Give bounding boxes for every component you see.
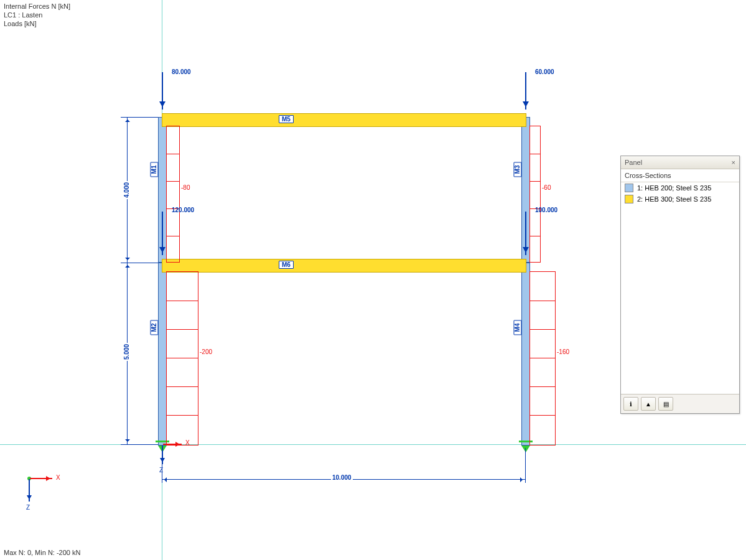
load-top-right-val: 60.000 (535, 68, 554, 75)
member-m5[interactable] (162, 113, 526, 127)
footer-summary: Max N: 0, Min N: -200 kN (4, 549, 80, 556)
swatch-icon (625, 195, 633, 203)
local-axis-z-label: Z (159, 467, 163, 474)
axis-horizontal (0, 444, 746, 445)
tool-info-button[interactable]: ℹ (623, 397, 638, 411)
member-m2[interactable] (158, 263, 167, 446)
close-icon[interactable]: × (732, 159, 735, 166)
ext-right (525, 448, 526, 483)
label-m6: M6 (279, 261, 294, 269)
load-mid-left-val: 120.000 (172, 207, 194, 213)
label-m1: M1 (150, 162, 158, 177)
panel-title: Panel (625, 159, 642, 166)
local-axis-x (163, 444, 182, 445)
loads-unit-text: Loads [kN] (4, 20, 37, 27)
swatch-icon (625, 184, 633, 192)
panel-footer: ℹ ▲ ▤ (621, 394, 739, 413)
rose-z-label: Z (26, 504, 30, 511)
load-mid-right (525, 212, 526, 255)
dim-width-txt: 10.000 (331, 474, 353, 481)
load-top-left-val: 80.000 (172, 68, 191, 75)
tool-color-button[interactable]: ▤ (658, 397, 673, 411)
result-m2 (166, 271, 198, 446)
title-text: Internal Forces N [kN] (4, 2, 70, 10)
result-m1 (166, 126, 180, 263)
list-item[interactable]: 1: HEB 200; Steel S 235 (621, 182, 739, 194)
load-top-left (162, 72, 163, 110)
rose-x-label: X (56, 474, 60, 481)
load-top-right (525, 72, 526, 110)
rose-axis-z (29, 479, 30, 502)
result-val-m2: -200 (200, 348, 212, 355)
member-m6[interactable] (162, 259, 526, 273)
load-mid-left (162, 212, 163, 255)
member-m4[interactable] (521, 263, 530, 446)
load-mid-right-val: 100.000 (535, 207, 557, 213)
label-m2: M2 (150, 320, 158, 335)
tool-section-button[interactable]: ▲ (641, 397, 656, 411)
label-m3: M3 (513, 162, 521, 177)
panel-section-header: Cross-Sections (621, 169, 739, 182)
result-val-m4: -160 (557, 348, 569, 355)
dim-lower-txt: 5.000 (123, 343, 130, 361)
panel-body: 1: HEB 200; Steel S 235 2: HEB 300; Stee… (621, 182, 739, 394)
list-item[interactable]: 2: HEB 300; Steel S 235 (621, 194, 739, 205)
label-m5: M5 (279, 115, 294, 123)
panel-titlebar[interactable]: Panel × (621, 156, 739, 169)
result-m3 (529, 126, 541, 263)
result-val-m1: -80 (181, 184, 190, 191)
label-m4: M4 (513, 320, 521, 335)
loadcase-text: LC1 : Lasten (4, 11, 42, 19)
list-item-label: 1: HEB 200; Steel S 235 (637, 184, 711, 192)
result-val-m3: -60 (542, 184, 551, 191)
panel-cross-sections[interactable]: Panel × Cross-Sections 1: HEB 200; Steel… (620, 156, 740, 414)
list-item-label: 2: HEB 300; Steel S 235 (637, 195, 711, 203)
local-axis-x-label: X (185, 439, 190, 446)
dim-upper-txt: 4.000 (123, 181, 130, 199)
rose-axis-x (30, 478, 52, 479)
ext-base (121, 444, 158, 445)
support-right (521, 446, 530, 457)
result-m4 (529, 271, 556, 446)
local-axis-z (162, 446, 163, 464)
